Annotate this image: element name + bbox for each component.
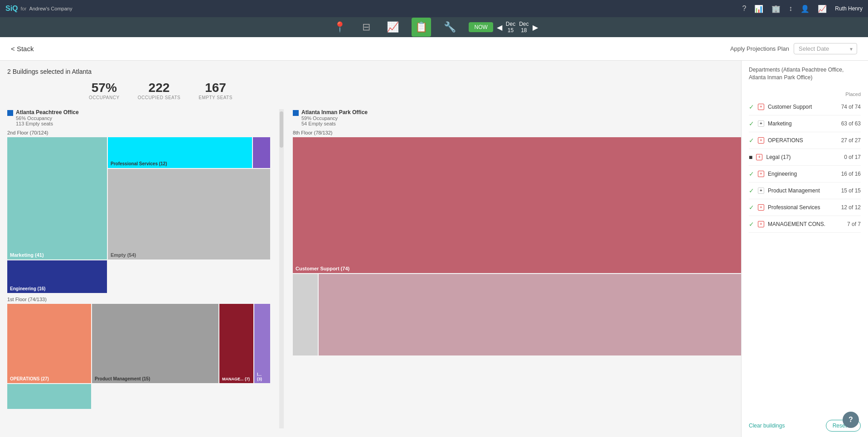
check-icon-marketing: ✓	[749, 120, 754, 127]
building-nav-icon[interactable]: 🏢	[771, 5, 781, 13]
operations-block[interactable]: OPERATIONS (27)	[7, 304, 91, 383]
list-item: ✓ + Marketing 63 of 63	[749, 115, 861, 132]
help-button[interactable]: ?	[843, 412, 859, 428]
dept-name-engineering: Engineering	[768, 171, 838, 177]
floor-2nd-label: 2nd Floor (70/124)	[7, 130, 270, 135]
check-icon-mgmt-cons: ✓	[749, 221, 754, 228]
nav-tab-chart[interactable]: 📈	[383, 18, 402, 37]
stats-row: 57% OCCUPANCY 222 OCCUPIED SEATS 167 EMP…	[89, 81, 741, 100]
customer-support-block[interactable]: Customer Support (74)	[293, 137, 741, 273]
list-item: ✓ + Professional Services 12 of 12	[749, 199, 861, 216]
date-navigation: NOW ◀ Dec 15 Dec 18 ▶	[469, 21, 538, 34]
check-icon-prof-services: ✓	[749, 204, 754, 211]
back-button[interactable]: < Stack	[11, 45, 34, 53]
user-name: Ruth Henry	[835, 5, 863, 12]
prof-services-block[interactable]: Professional Services (12)	[108, 137, 252, 168]
left-building-name: Atlanta Peachtree Office	[16, 109, 79, 115]
plus-icon-engineering[interactable]: +	[758, 171, 764, 177]
top-navigation: SiQ for Andrew's Company ? 📊 🏢 ↕ 👤 📈 Rut…	[0, 0, 868, 17]
nav-tab-settings[interactable]: 🔧	[440, 18, 460, 37]
bottom-teal-block[interactable]	[7, 384, 91, 409]
stat-occupied-value: 222	[138, 81, 181, 95]
help-nav-icon[interactable]: ?	[742, 5, 746, 13]
dept-count-engineering: 16 of 16	[841, 171, 861, 177]
legal-sm-block[interactable]: l... (3)	[254, 304, 270, 383]
apply-plan-label: Apply Projections Plan	[730, 45, 789, 52]
right-empty-block[interactable]	[293, 274, 318, 355]
analytics-nav-icon[interactable]: 📈	[818, 5, 827, 13]
marketing-block[interactable]: Marketing (41)	[7, 137, 107, 259]
floor-1st-label: 1st Floor (74/133)	[7, 297, 270, 302]
second-navigation: 📍 ⊟ 📈 📋 🔧 NOW ◀ Dec 15 Dec 18 ▶	[0, 17, 868, 37]
list-item: ✓ + Product Management 15 of 15	[749, 182, 861, 199]
management-cons-block[interactable]: MANAGE... (7)	[219, 304, 253, 383]
nav-tab-floor[interactable]: ⊟	[359, 18, 374, 37]
plus-icon-legal[interactable]: +	[756, 154, 762, 160]
floor-2nd-left: 2nd Floor (70/124) Marketing (41) Profes…	[7, 130, 270, 293]
list-item: ✓ + Engineering 16 of 16	[749, 166, 861, 182]
left-building-empty: 113 Empty seats	[16, 121, 79, 126]
dept-count-product-mgmt: 15 of 15	[841, 187, 861, 194]
list-item: ✓ + Customer Support 74 of 74	[749, 99, 861, 115]
nav-tab-location[interactable]: 📍	[330, 18, 349, 37]
left-building-checkbox-icon	[7, 110, 13, 116]
date-label-1: Dec 15	[506, 21, 515, 34]
left-building: Atlanta Peachtree Office 56% Occupancy 1…	[7, 109, 270, 428]
stat-occupancy-label: OCCUPANCY	[89, 95, 120, 100]
stat-occupied-seats: 222 OCCUPIED SEATS	[138, 81, 181, 100]
engineering-block[interactable]: Engineering (16)	[7, 260, 107, 293]
date-prev-arrow[interactable]: ◀	[497, 23, 502, 32]
dept-count-customer-support: 74 of 74	[841, 104, 861, 110]
buildings-header: 2 Buildings selected in Atlanta	[7, 68, 741, 75]
plus-icon-marketing[interactable]: +	[758, 120, 764, 127]
empty-54-block[interactable]: Empty (54)	[108, 169, 270, 259]
logo-for: for	[21, 6, 27, 11]
stat-empty-seats: 167 EMPTY SEATS	[199, 81, 233, 100]
logo-siq: SiQ	[5, 5, 18, 13]
dept-count-marketing: 63 of 63	[841, 120, 861, 127]
stat-occupancy: 57% OCCUPANCY	[89, 81, 120, 100]
date-label-2: Dec 18	[519, 21, 529, 34]
select-date-wrapper: Select Date	[794, 43, 857, 54]
dept-name-mgmt-cons: MANAGEMENT CONS.	[768, 221, 844, 227]
clear-buildings-button[interactable]: Clear buildings	[749, 423, 785, 429]
transfer-nav-icon[interactable]: ↕	[789, 5, 792, 13]
list-item: ✓ + MANAGEMENT CONS. 7 of 7	[749, 216, 861, 233]
company-name: Andrew's Company	[29, 6, 72, 11]
right-mauve-block[interactable]	[319, 274, 741, 355]
dept-name-prof-services: Professional Services	[768, 204, 838, 211]
right-building-checkbox-icon	[293, 110, 299, 116]
right-building-name: Atlanta Inman Park Office	[301, 109, 368, 115]
dept-list: ✓ + Customer Support 74 of 74 ✓ + Market…	[749, 99, 861, 233]
dept-name-operations: OPERATIONS	[768, 137, 838, 144]
plus-icon-prof-services[interactable]: +	[758, 204, 764, 211]
left-panel: 2 Buildings selected in Atlanta 57% OCCU…	[0, 61, 741, 437]
dept-name-marketing: Marketing	[768, 120, 838, 127]
person-nav-icon[interactable]: 👤	[800, 5, 810, 13]
plus-icon-customer-support[interactable]: +	[758, 104, 764, 110]
date-next-arrow[interactable]: ▶	[533, 23, 538, 32]
purple-sm-block[interactable]	[253, 137, 270, 168]
main-content: 2 Buildings selected in Atlanta 57% OCCU…	[0, 61, 868, 437]
right-building-empty: 54 Empty seats	[301, 121, 368, 126]
plus-icon-operations[interactable]: +	[758, 137, 764, 144]
plus-icon-product-mgmt[interactable]: +	[758, 187, 764, 194]
select-date-dropdown[interactable]: Select Date	[794, 43, 857, 54]
check-icon-engineering: ✓	[749, 170, 754, 178]
dept-count-mgmt-cons: 7 of 7	[847, 221, 861, 227]
check-icon-operations: ✓	[749, 137, 754, 144]
dept-count-operations: 27 of 27	[841, 137, 861, 144]
scrollbar-thumb	[280, 111, 283, 148]
product-mgmt-block[interactable]: Product Management (15)	[92, 304, 218, 383]
dept-count-prof-services: 12 of 12	[841, 204, 861, 211]
dept-name-customer-support: Customer Support	[768, 104, 838, 110]
check-icon-legal: ■	[749, 154, 752, 161]
chart-nav-icon[interactable]: 📊	[754, 5, 763, 13]
now-button[interactable]: NOW	[469, 22, 493, 32]
floor-8th-label: 8th Floor (78/132)	[293, 130, 741, 135]
apply-plan-area: Apply Projections Plan Select Date	[730, 43, 857, 54]
nav-tab-stack[interactable]: 📋	[412, 18, 431, 37]
plus-icon-mgmt-cons[interactable]: +	[758, 221, 764, 227]
middle-scrollbar[interactable]	[279, 109, 284, 428]
dept-count-legal: 0 of 17	[844, 154, 861, 160]
